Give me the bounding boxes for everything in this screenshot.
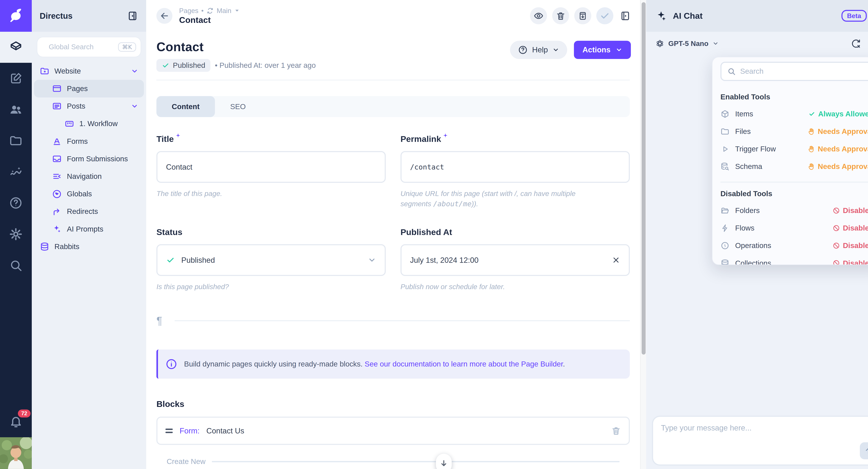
global-search-input[interactable] bbox=[49, 43, 118, 51]
module-insights[interactable] bbox=[0, 156, 32, 188]
back-button[interactable] bbox=[156, 8, 172, 24]
documentation-link[interactable]: See our documentation to learn more abou… bbox=[365, 360, 563, 368]
sidebar-item-website[interactable]: Website bbox=[34, 62, 144, 80]
clear-history-button[interactable] bbox=[851, 38, 861, 49]
module-settings[interactable] bbox=[0, 219, 32, 250]
tool-status[interactable]: Disabled bbox=[833, 259, 868, 265]
chevron-down-icon[interactable] bbox=[712, 40, 719, 47]
cube-icon bbox=[720, 109, 730, 119]
delete-button[interactable] bbox=[552, 7, 569, 24]
send-message-button[interactable] bbox=[860, 442, 868, 459]
breadcrumb-collection[interactable]: Pages bbox=[179, 7, 198, 14]
collapse-sidebar-button[interactable] bbox=[127, 10, 138, 22]
tool-status[interactable]: Disabled bbox=[833, 206, 868, 215]
archive-button[interactable] bbox=[574, 7, 591, 24]
preview-button[interactable] bbox=[530, 7, 547, 24]
letter-a-icon bbox=[52, 136, 62, 146]
sidebar-item-label: Form Submissions bbox=[67, 155, 128, 163]
sidebar-item-form-submissions[interactable]: Form Submissions bbox=[34, 150, 144, 168]
published-at-input[interactable]: July 1st, 2024 12:00 bbox=[401, 244, 630, 276]
database-icon bbox=[720, 259, 730, 265]
tool-row-flows[interactable]: Flows Disabled bbox=[720, 220, 868, 237]
tool-row-operations[interactable]: Operations Disabled bbox=[720, 237, 868, 255]
module-help[interactable] bbox=[0, 188, 32, 219]
content-module-icon bbox=[9, 40, 23, 55]
chevron-down-icon[interactable] bbox=[234, 8, 240, 13]
header-actions bbox=[530, 7, 631, 24]
tool-row-schema[interactable]: Schema Needs Approval bbox=[720, 158, 868, 175]
blocks-label: Blocks bbox=[156, 399, 630, 409]
model-selector[interactable]: GPT-5 Nano bbox=[669, 39, 709, 48]
pilcrow-icon[interactable]: ¶ bbox=[156, 314, 162, 327]
tools-search-input[interactable] bbox=[740, 67, 867, 75]
tools-search[interactable] bbox=[720, 62, 868, 81]
global-search[interactable]: ⌘K bbox=[37, 37, 141, 57]
folder-icon bbox=[720, 127, 730, 136]
tool-row-files[interactable]: Files Needs Approval bbox=[720, 123, 868, 140]
tab-seo[interactable]: SEO bbox=[215, 96, 261, 117]
scrollbar-thumb[interactable] bbox=[642, 2, 646, 355]
actions-button[interactable]: Actions bbox=[574, 41, 631, 59]
insights-icon bbox=[9, 165, 23, 179]
help-button[interactable]: Help bbox=[510, 41, 567, 59]
tab-content[interactable]: Content bbox=[156, 96, 215, 117]
sidebar-item-ai-prompts[interactable]: AI Prompts bbox=[34, 220, 144, 238]
chat-message-input[interactable] bbox=[661, 424, 868, 458]
trash-icon bbox=[611, 426, 621, 436]
hand-approval-icon bbox=[808, 128, 815, 135]
permalink-input[interactable]: /contact bbox=[401, 151, 630, 183]
clear-icon[interactable] bbox=[612, 256, 620, 264]
breadcrumb-version[interactable]: Main bbox=[217, 7, 231, 14]
tool-row-trigger-flow[interactable]: Trigger Flow Needs Approval bbox=[720, 140, 868, 158]
required-asterisk bbox=[443, 133, 448, 138]
chevron-down-icon[interactable] bbox=[131, 102, 138, 110]
page-builder-notice: Build dynamic pages quickly using ready-… bbox=[156, 349, 630, 379]
form-row-2: Status Published Is this page published?… bbox=[156, 227, 630, 292]
sidebar-item-forms[interactable]: Forms bbox=[34, 133, 144, 150]
sidebar-item-globals[interactable]: Globals bbox=[34, 185, 144, 203]
title-input[interactable]: Contact bbox=[156, 151, 386, 183]
sidebar-item-workflow[interactable]: 1. Workflow bbox=[34, 115, 144, 133]
scroll-to-bottom-button[interactable] bbox=[436, 454, 452, 469]
main-content: Pages • Main Contact Con bbox=[146, 0, 646, 469]
users-icon bbox=[9, 103, 23, 116]
trash-icon bbox=[556, 11, 566, 21]
status-select[interactable]: Published bbox=[156, 244, 386, 276]
directus-logo[interactable] bbox=[0, 0, 32, 32]
info-icon bbox=[165, 358, 178, 370]
module-content[interactable] bbox=[0, 32, 32, 63]
field-published-at-label: Published At bbox=[401, 227, 452, 237]
module-editor[interactable] bbox=[0, 63, 32, 94]
panel-collapse-icon bbox=[127, 10, 138, 22]
block-item[interactable]: Form: Contact Us bbox=[156, 416, 630, 445]
tool-status[interactable]: Needs Approval bbox=[808, 162, 868, 171]
tool-row-folders[interactable]: Folders Disabled bbox=[720, 202, 868, 219]
chevron-down-icon bbox=[368, 256, 376, 264]
remove-block-button[interactable] bbox=[611, 426, 621, 436]
main-scrollbar[interactable] bbox=[640, 0, 646, 469]
module-search[interactable] bbox=[0, 250, 32, 281]
sidebar-item-navigation[interactable]: Navigation bbox=[34, 168, 144, 185]
sidebar-item-rabbits[interactable]: Rabbits bbox=[34, 238, 144, 255]
tool-status[interactable]: Always Allowed bbox=[808, 110, 868, 118]
toggle-right-panel-button[interactable] bbox=[620, 10, 631, 22]
tool-status[interactable]: Disabled bbox=[833, 241, 868, 250]
notifications-button[interactable]: 72 bbox=[0, 406, 32, 437]
user-avatar[interactable] bbox=[0, 437, 32, 469]
tool-row-items[interactable]: Items Always Allowed bbox=[720, 105, 868, 123]
sidebar-item-redirects[interactable]: Redirects bbox=[34, 203, 144, 220]
sidebar-item-pages[interactable]: Pages bbox=[34, 80, 144, 97]
chevron-down-icon[interactable] bbox=[131, 67, 138, 75]
tool-status[interactable]: Needs Approval bbox=[808, 127, 868, 136]
ai-sparkle-icon bbox=[656, 10, 667, 21]
sidebar-item-posts[interactable]: Posts bbox=[34, 98, 144, 115]
tool-status[interactable]: Disabled bbox=[833, 224, 868, 232]
tool-row-collections[interactable]: Collections Disabled bbox=[720, 255, 868, 265]
tool-status[interactable]: Needs Approval bbox=[808, 145, 868, 153]
field-title-label: Title bbox=[156, 134, 174, 144]
sidebar-item-label: Posts bbox=[67, 102, 85, 110]
drag-handle-icon[interactable] bbox=[165, 429, 173, 433]
module-users[interactable] bbox=[0, 94, 32, 125]
module-files[interactable] bbox=[0, 125, 32, 157]
save-button[interactable] bbox=[596, 7, 613, 24]
